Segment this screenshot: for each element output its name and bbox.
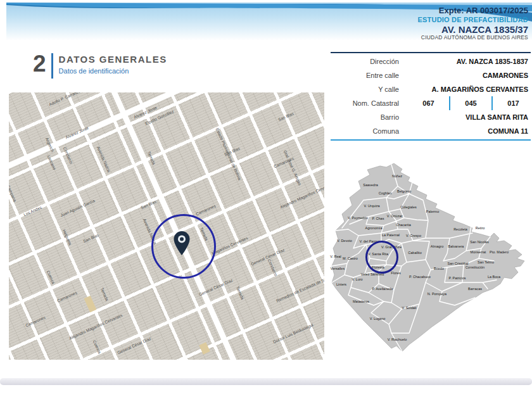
row-value: A. MAGARIÑOS CERVANTES [399,86,531,93]
row-value: COMUNA 11 [399,127,531,135]
row-label: Entre calle [331,72,399,79]
row-label: Barrio [331,113,399,121]
section-subtitle: Datos de identificación [59,67,167,75]
expediente-number: Expte: AR 003017/2025 [418,6,529,16]
table-row: ComunaCOMUNA 11 [331,124,531,138]
row-value: AV. NAZCA 1835-1837 [399,58,531,65]
district-label: Agronomía [365,226,383,230]
table-row: DirecciónAV. NAZCA 1835-1837 [331,54,531,68]
section-divider [51,53,53,79]
row-value: CAMARONES [399,72,531,79]
catastral-values: 067045017 [399,96,531,110]
district-label: V. Lugano [370,317,386,320]
value-separator [449,96,450,110]
table-row: Nom. Catastral067045017 [331,96,531,110]
district-label: Recoleta [453,227,467,231]
district-label: P. Patricios [448,276,466,280]
district-label: Retiro [476,226,485,230]
district-label: P. Avellaneda [372,287,393,291]
district-label: V. Ortúzar [387,214,403,218]
property-address: AV. NAZCA 1835/37 [418,24,529,35]
row-label: Comuna [331,127,399,135]
table-row: Entre calleCAMARONES [331,68,531,82]
report-page: Expte: AR 003017/2025 ESTUDIO DE PREFACT… [0,0,532,399]
street-map: Adolfo P. CarranzaÁlvarez JonteÁlvarez J… [9,92,324,360]
table-row: BarrioVILLA SANTA RITA [331,110,531,124]
section-number: 2 [33,52,46,75]
value-separator [491,96,493,110]
district-label: Mataderos [353,300,369,303]
city-name: CIUDAD AUTÓNOMA DE BUENOS AIRES [418,35,529,41]
district-label: V. Riachuelo [388,338,407,341]
section-title: DATOS GENERALES [59,54,167,65]
district-label: V. Devoto [337,239,352,243]
district-label: La Boca [488,275,500,279]
district-label: Liniers [336,282,346,286]
identification-table: DirecciónAV. NAZCA 1835-1837Entre calleC… [331,52,531,141]
row-value: 067 [411,99,446,107]
row-value: VILLA SANTA RITA [399,113,531,121]
table-row: Y calleA. MAGARIÑOS CERVANTES [331,82,531,96]
district-label: Monserrat [471,250,486,254]
district-label: Belgrano [397,189,411,193]
city-outline [331,158,531,360]
district-label: San Telmo [478,260,494,264]
district-label: Colegiales [400,205,417,209]
district-label: San Nicolás [470,240,488,244]
section-heading: 2 DATOS GENERALES Datos de identificació… [33,52,167,79]
district-label: Chacarita [396,223,411,227]
district-label: Barracas [468,287,482,291]
district-label: N. Pompeya [428,292,446,296]
district-label: V. Puyrredón [348,216,368,220]
district-label: P. Chas [372,217,384,220]
district-label: Palermo [426,210,439,213]
district-label: Saavedra [363,183,378,187]
district-label: Balvanera [448,244,464,248]
district-label: Caballito [408,251,421,255]
district-label: Flores [391,271,400,275]
city-districts-map: NúñezSaavedraCoghlanBelgranoV. UrquizaCo… [331,158,531,360]
district-label: V. Luro [352,277,362,281]
row-label: Nom. Catastral [331,99,399,107]
district-label: Boedo [434,267,444,270]
district-label: Constitución [466,265,484,269]
district-label: V. Soldati [402,306,416,310]
district-label: Pto. Madero [490,250,509,254]
horizontal-scrollbar[interactable] [0,378,532,385]
study-title: ESTUDIO DE PREFACTIBILIDAD [418,16,529,24]
location-pin-icon [172,231,191,258]
row-label: Dirección [331,58,399,65]
district-label: V. Real [330,255,341,258]
district-label: La Paternal [382,233,400,237]
district-label: V. Urquiza [364,204,379,208]
district-label: V. Crespo [406,234,421,238]
row-value: 045 [453,99,488,107]
row-value: 017 [496,99,531,107]
header-banner: Expte: AR 003017/2025 ESTUDIO DE PREFACT… [6,3,532,41]
district-label: P. Chacabuco [409,275,431,279]
row-label: Y calle [331,86,399,93]
district-label: Núñez [392,174,402,178]
district-highlight-circle [365,241,398,274]
district-label: Coghlan [379,191,392,195]
district-label: Almagro [431,244,443,248]
district-label: M. Castro [343,256,358,260]
district-label: Versalles [331,267,345,270]
